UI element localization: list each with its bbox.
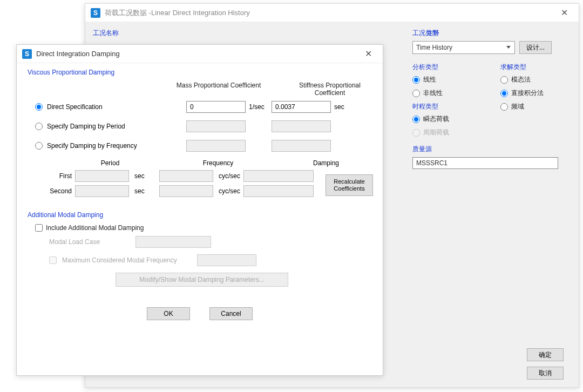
label-solve-type: 求解类型 xyxy=(500,63,571,72)
design-button[interactable]: 设计... xyxy=(519,41,552,54)
radio-linear[interactable]: 线性 xyxy=(412,75,483,84)
mass-period-input xyxy=(186,120,246,132)
second-damping xyxy=(243,185,314,197)
second-frequency xyxy=(159,185,213,197)
second-period xyxy=(75,185,129,197)
radio-transient[interactable]: 瞬态荷载 xyxy=(412,114,483,124)
stiff-freq-input xyxy=(272,140,331,152)
label-mass-source: 质量源 xyxy=(412,145,571,154)
cancel-button[interactable]: Cancel xyxy=(209,307,253,320)
section-amd: Additional Modal Damping xyxy=(28,211,103,219)
col-period: Period xyxy=(80,159,140,167)
label-max-freq: Maximum Considered Modal Frequency xyxy=(62,256,192,264)
mass-source-field[interactable] xyxy=(412,157,558,169)
modal-case-field xyxy=(135,236,211,248)
app-icon: S xyxy=(22,49,32,59)
back-ok-button[interactable]: 确定 xyxy=(527,348,564,361)
damping-dialog: S Direct Integration Damping ✕ Viscous P… xyxy=(16,44,383,376)
back-cancel-button[interactable]: 取消 xyxy=(527,367,564,380)
first-frequency xyxy=(159,170,213,182)
checkbox-max-freq xyxy=(49,256,57,264)
radio-direct-spec[interactable]: Direct Specification xyxy=(35,103,186,111)
case-type-select[interactable]: Time History xyxy=(412,41,515,54)
back-titlebar: S 荷载工况数据 -Linear Direct Integration Hist… xyxy=(85,4,579,22)
col-frequency: Frequency xyxy=(188,159,248,167)
radio-freq-domain[interactable]: 频域 xyxy=(500,102,571,111)
app-icon: S xyxy=(91,8,100,18)
close-icon[interactable]: ✕ xyxy=(359,48,377,60)
unit-mass: 1/sec xyxy=(246,103,272,111)
mass-coef-input[interactable] xyxy=(186,101,246,113)
header-stiff-coef: Stiffness Proportional Coefficient xyxy=(287,82,373,97)
close-icon[interactable]: ✕ xyxy=(555,6,573,19)
label-history-type: 时程类型 xyxy=(412,102,483,111)
radio-periodic: 周期荷载 xyxy=(412,128,483,137)
col-damping: Damping xyxy=(296,159,356,167)
first-damping xyxy=(243,170,314,182)
back-title: 荷载工况数据 -Linear Direct Integration Histor… xyxy=(105,8,250,18)
radio-by-period[interactable]: Specify Damping by Period xyxy=(35,123,186,130)
front-title: Direct Integration Damping xyxy=(36,50,120,58)
ok-button[interactable]: OK xyxy=(147,307,190,320)
radio-by-frequency[interactable]: Specify Damping by Frequency xyxy=(35,142,186,150)
label-analysis-type: 分析类型 xyxy=(412,63,483,72)
max-freq-field xyxy=(197,254,256,266)
header-mass-coef: Mass Proportional Coefficient xyxy=(175,82,262,97)
radio-modal[interactable]: 模态法 xyxy=(500,75,571,84)
mass-freq-input xyxy=(186,140,246,152)
radio-direct-integration[interactable]: 直接积分法 xyxy=(500,89,571,98)
label-case-type: 工况类型 xyxy=(412,29,571,38)
stiff-coef-input[interactable] xyxy=(272,101,331,113)
label-case-name: 工况名称 xyxy=(93,29,238,38)
unit-stiff: sec xyxy=(331,103,357,111)
modify-damping-button: Modify/Show Modal Damping Parameters... xyxy=(116,273,288,287)
section-vpd: Viscous Proportional Damping xyxy=(28,69,114,76)
case-type-select-wrap: Time History xyxy=(412,41,515,54)
row-second-label: Second xyxy=(40,187,72,195)
radio-nonlinear[interactable]: 非线性 xyxy=(412,89,483,98)
label-modal-case: Modal Load Case xyxy=(49,238,130,246)
stiff-period-input xyxy=(272,120,331,132)
row-first-label: First xyxy=(40,172,72,180)
first-period xyxy=(75,170,129,182)
front-titlebar: S Direct Integration Damping ✕ xyxy=(17,45,383,63)
recalculate-button[interactable]: Recalculate Coefficients xyxy=(326,174,373,196)
checkbox-include-amd[interactable]: Include Additional Modal Damping xyxy=(35,224,369,232)
